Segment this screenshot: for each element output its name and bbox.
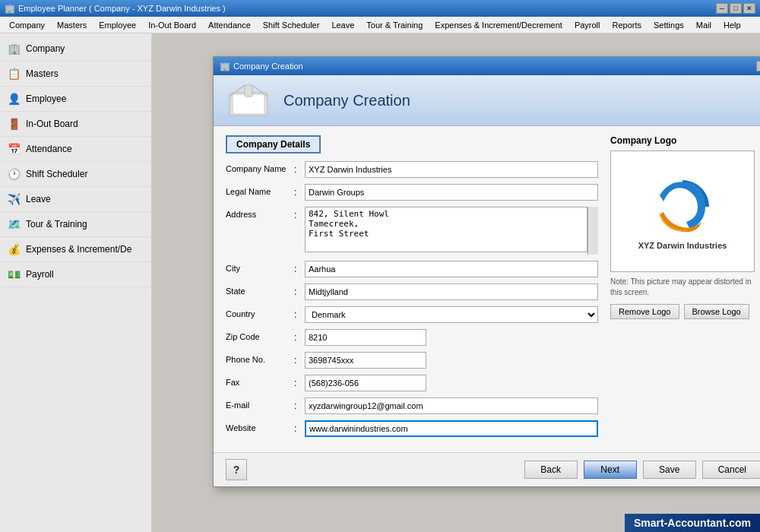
menu-inout[interactable]: In-Out Board [142,19,202,31]
email-colon: : [294,397,305,411]
watermark-text1: Smart-Accountant [634,517,726,529]
logo-section: Company Logo [610,135,760,443]
menu-shift[interactable]: Shift Scheduler [257,19,326,31]
help-button[interactable]: ? [226,459,247,480]
zip-input[interactable] [305,329,426,346]
address-label: Address [226,207,294,219]
legal-name-row: Legal Name : [226,184,598,201]
dialog-titlebar-left: 🏢 Company Creation [220,62,303,71]
company-name-row: Company Name : [226,161,598,178]
company-name-input[interactable] [305,161,598,178]
sidebar-item-expenses[interactable]: 💰 Expenses & Increment/De [0,237,151,262]
sidebar-label-attendance: Attendance [26,144,72,154]
sidebar-item-attendance[interactable]: 📅 Attendance [0,137,151,162]
sidebar-item-payroll[interactable]: 💵 Payroll [0,262,151,287]
sidebar-item-shift[interactable]: 🕐 Shift Scheduler [0,162,151,187]
next-button[interactable]: Next [584,461,637,479]
dialog-header: Company Creation [214,75,760,126]
company-name-label: Company Name [226,161,294,173]
country-select[interactable]: Denmark USA UK Germany France India [305,306,598,323]
phone-label: Phone No. [226,352,294,364]
sidebar-label-shift: Shift Scheduler [26,169,87,179]
zip-label: Zip Code [226,329,294,341]
legal-name-input[interactable] [305,184,598,201]
browse-logo-button[interactable]: Browse Logo [684,304,749,319]
sidebar-label-company: Company [26,43,65,54]
email-row: E-mail : [226,397,598,414]
dialog-title: Company Creation [233,62,303,71]
maximize-button[interactable]: □ [730,3,742,14]
city-input[interactable] [305,261,598,277]
title-bar-left: 🏢 Employee Planner ( Company - XYZ Darwi… [5,4,226,14]
menu-employee[interactable]: Employee [93,19,142,31]
sidebar-item-masters[interactable]: 📋 Masters [0,62,151,87]
state-input[interactable] [305,283,598,300]
menu-settings[interactable]: Settings [648,19,690,31]
close-button[interactable]: ✕ [743,3,755,14]
email-label: E-mail [226,397,294,410]
logo-buttons: Remove Logo Browse Logo [610,304,760,319]
app-title: Employee Planner ( Company - XYZ Darwin … [18,4,226,13]
attendance-icon: 📅 [6,141,21,157]
menu-mail[interactable]: Mail [690,19,717,31]
dialog-titlebar: 🏢 Company Creation ✕ [214,57,760,75]
back-button[interactable]: Back [524,461,578,479]
content-area: 🏢 Company Creation ✕ Company Creation [152,33,760,532]
company-creation-dialog: 🏢 Company Creation ✕ Company Creation [213,56,760,487]
menu-payroll[interactable]: Payroll [568,19,606,31]
menu-tour[interactable]: Tour & Training [360,19,429,31]
sidebar-item-company[interactable]: 🏢 Company [0,36,151,62]
sidebar-label-masters: Masters [26,68,59,79]
cancel-button[interactable]: Cancel [702,461,760,479]
menu-help[interactable]: Help [717,19,747,31]
employee-icon: 👤 [6,91,21,106]
sidebar-item-employee[interactable]: 👤 Employee [0,87,151,112]
address-wrapper: 842, Silent Howl Tamecreek, First Street [305,207,598,255]
phone-input[interactable] [305,352,426,369]
title-bar-controls[interactable]: ─ □ ✕ [716,3,755,14]
address-input[interactable]: 842, Silent Howl Tamecreek, First Street [305,207,587,252]
website-input[interactable] [305,420,598,437]
legal-name-label: Legal Name [226,184,294,196]
menu-bar: Company Masters Employee In-Out Board At… [0,17,760,33]
main-layout: 🏢 Company 📋 Masters 👤 Employee 🚪 In-Out … [0,33,760,532]
save-button[interactable]: Save [643,461,696,479]
address-scrollbar[interactable] [587,207,598,255]
dialog-close-button[interactable]: ✕ [756,61,760,71]
remove-logo-button[interactable]: Remove Logo [610,304,679,319]
sidebar-item-leave[interactable]: ✈️ Leave [0,187,151,212]
fax-input[interactable] [305,375,426,391]
menu-reports[interactable]: Reports [606,19,648,31]
sidebar-label-expenses: Expenses & Increment/De [26,244,131,255]
inout-icon: 🚪 [6,116,21,131]
logo-note: Note: This picture may appear distorted … [610,277,760,298]
company-details-tab[interactable]: Company Details [226,135,321,154]
email-input[interactable] [305,397,598,414]
fax-colon: : [294,375,305,388]
payroll-icon: 💵 [6,267,21,282]
dialog-icon: 🏢 [220,62,230,71]
country-label: Country [226,306,294,318]
dialog-header-icon [226,81,271,119]
menu-company[interactable]: Company [3,19,51,31]
title-bar: 🏢 Employee Planner ( Company - XYZ Darwi… [0,0,760,17]
watermark: Smart-Accountant.com [625,514,760,532]
sidebar-item-tour[interactable]: 🗺️ Tour & Training [0,212,151,237]
menu-expenses[interactable]: Expenses & Increment/Decrement [429,19,568,31]
dialog-body: Company Details Company Name : Legal Nam… [214,126,760,452]
sidebar-label-payroll: Payroll [26,269,54,280]
phone-colon: : [294,352,305,366]
menu-leave[interactable]: Leave [325,19,360,31]
logo-company-name: XYZ Darwin Industries [638,241,727,250]
sidebar-item-inout[interactable]: 🚪 In-Out Board [0,112,151,137]
sidebar-label-tour: Tour & Training [26,219,87,230]
company-name-colon: : [294,161,305,175]
sidebar-label-inout: In-Out Board [26,119,78,129]
menu-attendance[interactable]: Attendance [202,19,257,31]
minimize-button[interactable]: ─ [716,3,728,14]
sidebar-label-leave: Leave [26,194,51,204]
menu-masters[interactable]: Masters [51,19,93,31]
state-colon: : [294,283,305,297]
sidebar-label-employee: Employee [26,93,66,104]
company-icon: 🏢 [6,41,21,56]
